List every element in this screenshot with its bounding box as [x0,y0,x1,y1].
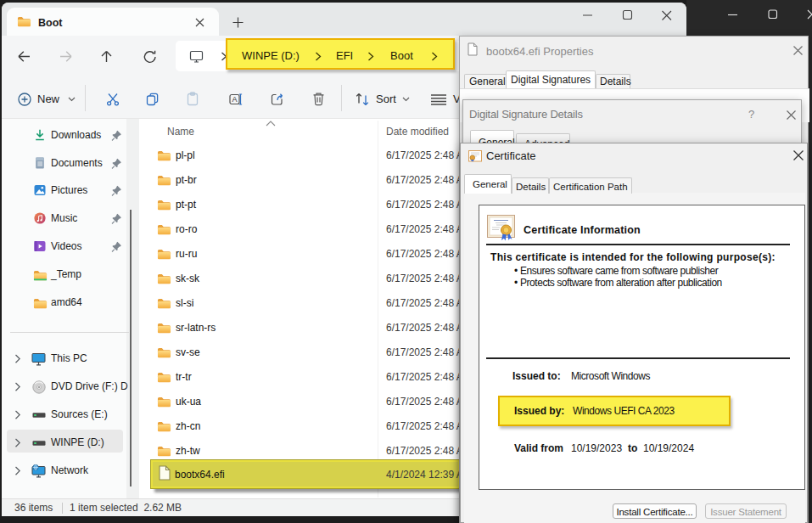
svg-text:A: A [232,95,237,104]
